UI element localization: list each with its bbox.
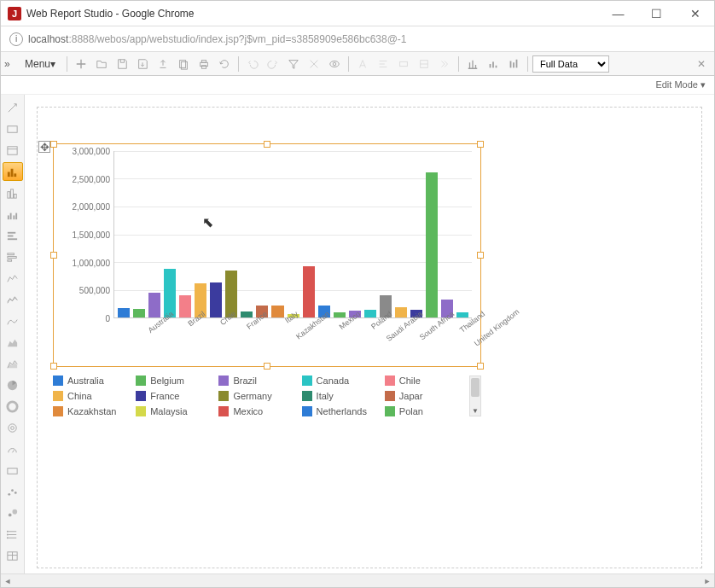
- svg-point-35: [11, 426, 15, 429]
- legend-swatch: [53, 376, 63, 386]
- gauge-tool-icon[interactable]: [3, 440, 23, 458]
- chart1-icon[interactable]: [463, 55, 482, 73]
- legend-swatch: [136, 391, 146, 401]
- legend-item[interactable]: Kazakhstan: [53, 406, 132, 416]
- legend-label: Australia: [67, 376, 104, 386]
- svg-rect-17: [11, 168, 14, 176]
- bar[interactable]: [303, 266, 315, 317]
- expand-toolbar-icon[interactable]: »: [4, 58, 16, 70]
- legend-label: Brazil: [233, 376, 257, 386]
- legend-label: Germany: [233, 391, 271, 401]
- export-icon[interactable]: [154, 55, 172, 73]
- legend-item[interactable]: Australia: [53, 376, 132, 386]
- legend-item[interactable]: Netherlands: [302, 406, 381, 416]
- list-tool-icon[interactable]: [3, 525, 23, 544]
- hstack-tool-icon[interactable]: [3, 226, 23, 245]
- panel-tool-icon[interactable]: [3, 141, 23, 160]
- legend-item[interactable]: Chile: [385, 376, 464, 386]
- resize-handle[interactable]: [477, 363, 484, 370]
- resize-handle[interactable]: [477, 252, 484, 259]
- legend-item[interactable]: Mexico: [218, 406, 298, 416]
- info-icon[interactable]: i: [9, 32, 23, 46]
- chart2-icon[interactable]: [484, 55, 503, 73]
- bubble-tool-icon[interactable]: [3, 504, 23, 522]
- edit-mode-toggle[interactable]: Edit Mode ▾: [655, 79, 706, 90]
- stacked-area-tool-icon[interactable]: [3, 354, 23, 373]
- svg-point-38: [11, 489, 14, 492]
- resize-handle[interactable]: [477, 141, 484, 148]
- delete-icon[interactable]: [305, 55, 323, 73]
- table-tool-icon[interactable]: [3, 546, 23, 565]
- pie-tool-icon[interactable]: [3, 376, 23, 394]
- radar-tool-icon[interactable]: [3, 418, 23, 437]
- legend-item[interactable]: Germany: [218, 391, 298, 401]
- area-tool-icon[interactable]: [3, 333, 23, 352]
- legend-item[interactable]: Malaysia: [136, 406, 215, 416]
- smooth-line-tool-icon[interactable]: [3, 311, 23, 330]
- panel-close-icon[interactable]: ✕: [692, 58, 711, 70]
- svg-rect-26: [8, 231, 15, 233]
- legend-item[interactable]: Brazil: [218, 376, 298, 386]
- legend-swatch: [136, 406, 146, 416]
- bar[interactable]: [210, 282, 222, 317]
- legend-item[interactable]: Belgium: [136, 376, 215, 386]
- legend-label: Chile: [399, 376, 421, 386]
- legend-item[interactable]: France: [136, 391, 215, 401]
- rect-tool-icon[interactable]: [3, 119, 23, 138]
- print-icon[interactable]: [195, 55, 213, 73]
- side-toolbox: [1, 95, 25, 573]
- legend-item[interactable]: Polan: [385, 406, 464, 416]
- minimize-button[interactable]: —: [599, 1, 637, 26]
- saveas-icon[interactable]: [133, 55, 152, 73]
- edit-mode-row: Edit Mode ▾: [1, 76, 714, 95]
- plot-area: [113, 151, 472, 318]
- chart3-icon[interactable]: [504, 55, 523, 73]
- view-icon[interactable]: [325, 55, 344, 73]
- resize-handle[interactable]: [50, 363, 57, 370]
- move-handle-icon[interactable]: ✥: [38, 141, 50, 153]
- data-mode-select[interactable]: Full Data: [532, 55, 609, 73]
- legend-item[interactable]: Canada: [302, 376, 381, 386]
- horizontal-scrollbar[interactable]: ◄ ►: [1, 573, 714, 587]
- scatter-tool-icon[interactable]: [3, 482, 23, 501]
- grouped-bar-tool-icon[interactable]: [3, 205, 23, 224]
- legend-item[interactable]: Japar: [385, 391, 464, 401]
- wand-tool-icon[interactable]: [3, 98, 23, 117]
- legend-label: France: [150, 391, 179, 401]
- redo-icon[interactable]: [264, 55, 282, 73]
- legend-item[interactable]: Italy: [302, 391, 381, 401]
- bar-chart-tool-icon[interactable]: [3, 162, 23, 181]
- multiline-tool-icon[interactable]: [3, 290, 23, 309]
- copy-icon[interactable]: [174, 55, 193, 73]
- filter-icon[interactable]: [284, 55, 303, 73]
- donut-tool-icon[interactable]: [3, 397, 23, 416]
- card-tool-icon[interactable]: [3, 461, 23, 480]
- open-icon[interactable]: [92, 55, 111, 73]
- svg-rect-11: [510, 61, 512, 67]
- resize-handle[interactable]: [50, 141, 57, 148]
- svg-rect-30: [8, 256, 16, 258]
- legend-scrollbar[interactable]: ▼: [469, 376, 481, 416]
- canvas[interactable]: ✥ AustraliaBrazilChileFranceItalyKazakhs…: [25, 95, 714, 573]
- resize-handle[interactable]: [50, 252, 57, 259]
- resize-handle[interactable]: [264, 141, 270, 148]
- align-icon: [374, 55, 392, 73]
- maximize-button[interactable]: ☐: [637, 1, 676, 26]
- line-tool-icon[interactable]: [3, 269, 23, 288]
- menu-button[interactable]: Menu▾: [18, 56, 62, 72]
- bar[interactable]: [133, 309, 145, 317]
- close-button[interactable]: ✕: [676, 1, 714, 26]
- url-bar[interactable]: i localhost:8888/webos/app/webstudio/ind…: [1, 26, 714, 52]
- chart-object[interactable]: ✥ AustraliaBrazilChileFranceItalyKazakhs…: [53, 143, 481, 367]
- new-icon[interactable]: [72, 55, 90, 73]
- legend-label: Malaysia: [150, 406, 187, 416]
- refresh-icon[interactable]: [215, 55, 234, 73]
- bar[interactable]: [118, 308, 130, 317]
- undo-icon[interactable]: [243, 55, 262, 73]
- column-chart-tool-icon[interactable]: [3, 183, 23, 202]
- legend-item[interactable]: China: [53, 391, 132, 401]
- bar[interactable]: [426, 172, 438, 317]
- save-icon[interactable]: [113, 55, 131, 73]
- hbar-tool-icon[interactable]: [3, 247, 23, 266]
- legend-label: Italy: [317, 391, 334, 401]
